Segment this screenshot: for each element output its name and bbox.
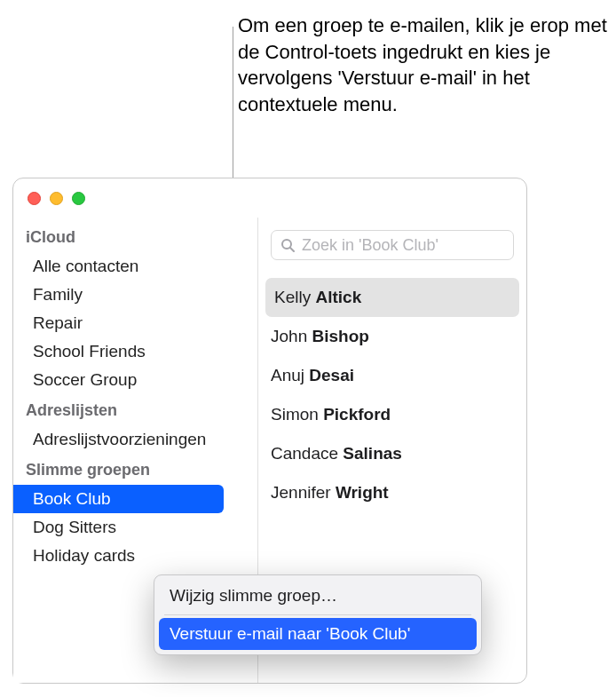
context-menu: Wijzig slimme groep… Verstuur e-mail naa… (154, 574, 482, 655)
contact-first: Candace (271, 444, 338, 463)
menu-item-edit-smart-group[interactable]: Wijzig slimme groep… (159, 580, 477, 612)
sidebar-item-directory-services[interactable]: Adreslijstvoorzieningen (13, 425, 257, 454)
sidebar-item-all-contacts[interactable]: Alle contacten (13, 252, 257, 281)
sidebar-item-holiday-cards[interactable]: Holiday cards (13, 542, 257, 570)
contact-last: Wright (336, 483, 389, 502)
contact-last: Altick (315, 288, 361, 306)
sidebar-section-header: iCloud (13, 221, 257, 252)
contact-first: Anuj (271, 366, 304, 384)
contact-first: Kelly (274, 288, 311, 306)
sidebar-item-family[interactable]: Family (13, 281, 257, 309)
contact-row[interactable]: Candace Salinas (258, 434, 526, 473)
sidebar-item-repair[interactable]: Repair (13, 309, 257, 337)
window-titlebar (13, 178, 526, 218)
contact-row[interactable]: Jennifer Wright (258, 473, 526, 512)
contact-row[interactable]: Anuj Desai (258, 356, 526, 395)
help-caption: Om een groep te e-mailen, klik je erop m… (238, 12, 611, 118)
contact-first: John (271, 327, 307, 345)
menu-separator (164, 614, 471, 615)
sidebar-item-soccer-group[interactable]: Soccer Group (13, 366, 257, 394)
search-icon (280, 238, 295, 252)
search-placeholder: Zoek in 'Book Club' (302, 236, 438, 255)
contact-first: Simon (271, 405, 319, 424)
contact-last: Bishop (312, 327, 368, 345)
search-input[interactable]: Zoek in 'Book Club' (271, 230, 514, 260)
sidebar-item-dog-sitters[interactable]: Dog Sitters (13, 513, 257, 542)
contacts-window: iCloud Alle contacten Family Repair Scho… (12, 178, 527, 684)
minimize-icon[interactable] (50, 192, 63, 205)
menu-item-send-email[interactable]: Verstuur e-mail naar 'Book Club' (159, 618, 477, 650)
contact-row[interactable]: Simon Pickford (258, 395, 526, 434)
contact-last: Pickford (323, 405, 391, 424)
close-icon[interactable] (28, 192, 41, 205)
sidebar-section-header: Slimme groepen (13, 454, 257, 485)
sidebar-item-book-club[interactable]: Book Club (13, 485, 224, 513)
contact-last: Salinas (343, 444, 402, 463)
sidebar-section-header: Adreslijsten (13, 394, 257, 425)
zoom-icon[interactable] (72, 192, 85, 205)
contact-row[interactable]: John Bishop (258, 317, 526, 356)
contact-first: Jennifer (271, 483, 331, 502)
contact-row[interactable]: Kelly Altick (265, 278, 519, 317)
sidebar-item-school-friends[interactable]: School Friends (13, 337, 257, 366)
contact-last: Desai (309, 366, 354, 384)
svg-line-1 (290, 248, 294, 251)
